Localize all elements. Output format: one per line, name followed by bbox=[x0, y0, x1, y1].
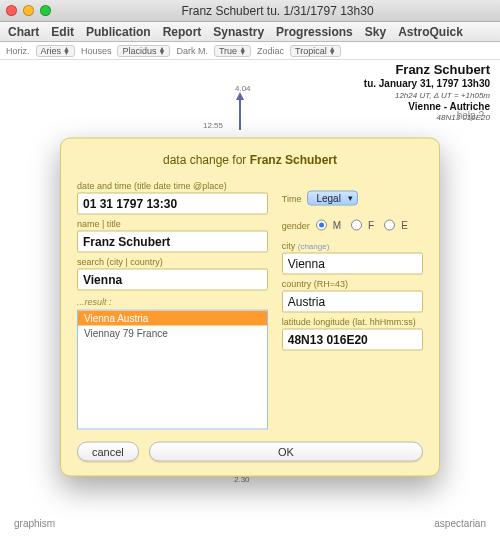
toolbar-houses-select[interactable]: Placidus▲▼ bbox=[117, 45, 170, 57]
chart-date: tu. January 31, 1797 13h30 bbox=[364, 78, 490, 91]
window-controls bbox=[6, 5, 51, 16]
toolbar-houses-label: Houses bbox=[81, 46, 112, 56]
label-time: Time bbox=[282, 193, 302, 203]
result-row[interactable]: Vienna Austria bbox=[78, 311, 267, 326]
menu-edit[interactable]: Edit bbox=[51, 25, 74, 39]
gender-label-f: F bbox=[368, 220, 374, 231]
latlon-input[interactable] bbox=[282, 329, 423, 351]
time-select[interactable]: Legal bbox=[307, 191, 357, 206]
minimize-icon[interactable] bbox=[23, 5, 34, 16]
search-input[interactable] bbox=[77, 269, 268, 291]
datetime-input[interactable] bbox=[77, 193, 268, 215]
toolbar-horiz-select[interactable]: Aries▲▼ bbox=[36, 45, 75, 57]
country-input[interactable] bbox=[282, 291, 423, 313]
menu-progressions[interactable]: Progressions bbox=[276, 25, 353, 39]
label-search: search (city | country) bbox=[77, 257, 268, 267]
window-titlebar: Franz Schubert tu. 1/31/1797 13h30 bbox=[0, 0, 500, 22]
chart-person-name: Franz Schubert bbox=[364, 62, 490, 78]
zoom-icon[interactable] bbox=[40, 5, 51, 16]
window-title: Franz Schubert tu. 1/31/1797 13h30 bbox=[61, 4, 494, 18]
ok-button[interactable]: OK bbox=[149, 442, 423, 462]
gender-label-e: E bbox=[401, 220, 408, 231]
stepper-icon: ▲▼ bbox=[63, 47, 70, 55]
menu-chart[interactable]: Chart bbox=[8, 25, 39, 39]
cancel-button[interactable]: cancel bbox=[77, 442, 139, 462]
footer-graphism[interactable]: graphism bbox=[14, 518, 55, 529]
toolbar: Horiz. Aries▲▼ Houses Placidus▲▼ Dark M.… bbox=[0, 42, 500, 60]
label-datetime: date and time (title date time @place) bbox=[77, 181, 268, 191]
toolbar-darkm-label: Dark M. bbox=[176, 46, 208, 56]
name-input[interactable] bbox=[77, 231, 268, 253]
city-input[interactable] bbox=[282, 253, 423, 275]
menu-astroquick[interactable]: AstroQuick bbox=[398, 25, 463, 39]
label-gender: gender bbox=[282, 220, 310, 230]
toolbar-horiz-label: Horiz. bbox=[6, 46, 30, 56]
axis-top2-degree: 12.55 bbox=[203, 121, 223, 130]
gender-radio-f[interactable] bbox=[351, 220, 362, 231]
result-row[interactable]: Viennay 79 France bbox=[78, 326, 267, 341]
chart-tz: 12h24 UT, Δ UT = +1h05m bbox=[364, 91, 490, 101]
svg-marker-1 bbox=[236, 92, 244, 100]
data-change-dialog: data change for Franz Schubert date and … bbox=[60, 138, 440, 477]
gender-radio-e[interactable] bbox=[384, 220, 395, 231]
stepper-icon: ▲▼ bbox=[239, 47, 246, 55]
search-results[interactable]: Vienna Austria Viennay 79 France bbox=[77, 310, 268, 430]
label-city: city (change) bbox=[282, 241, 423, 251]
gender-radio-m[interactable] bbox=[316, 220, 327, 231]
help-link[interactable]: help ? bbox=[457, 110, 484, 121]
menu-publication[interactable]: Publication bbox=[86, 25, 151, 39]
stepper-icon: ▲▼ bbox=[159, 47, 166, 55]
dialog-title: data change for Franz Schubert bbox=[77, 153, 423, 167]
label-name: name | title bbox=[77, 219, 268, 229]
close-icon[interactable] bbox=[6, 5, 17, 16]
gender-label-m: M bbox=[333, 220, 341, 231]
menubar: Chart Edit Publication Report Synastry P… bbox=[0, 22, 500, 42]
toolbar-zodiac-select[interactable]: Tropical▲▼ bbox=[290, 45, 341, 57]
menu-sky[interactable]: Sky bbox=[365, 25, 386, 39]
label-country: country (RH=43) bbox=[282, 279, 423, 289]
change-city-link[interactable]: (change) bbox=[298, 242, 330, 251]
axis-top-degree: 4.04 bbox=[235, 84, 251, 93]
menu-report[interactable]: Report bbox=[163, 25, 202, 39]
footer-aspectarian[interactable]: aspectarian bbox=[434, 518, 486, 529]
label-latlon: latitude longitude (lat. hhHmm:ss) bbox=[282, 317, 423, 327]
stepper-icon: ▲▼ bbox=[329, 47, 336, 55]
toolbar-zodiac-label: Zodiac bbox=[257, 46, 284, 56]
toolbar-darkm-select[interactable]: True▲▼ bbox=[214, 45, 251, 57]
menu-synastry[interactable]: Synastry bbox=[213, 25, 264, 39]
label-result: ...result : bbox=[77, 297, 268, 307]
